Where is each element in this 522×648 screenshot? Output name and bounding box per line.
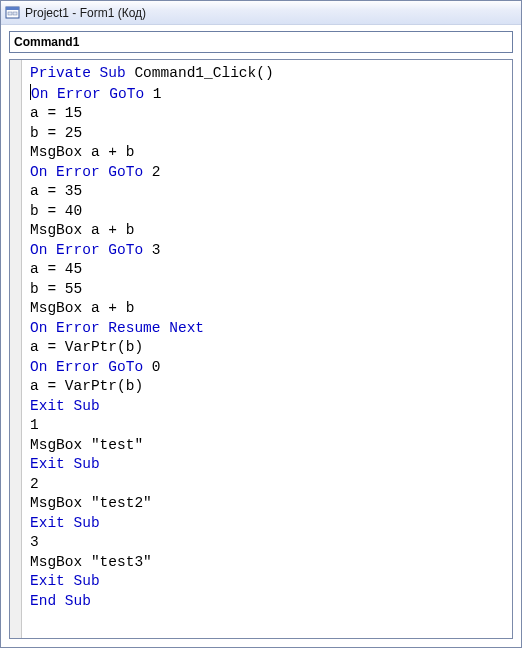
code-line: Private Sub Command1_Click() (30, 65, 274, 81)
code-text: a = 45 (30, 261, 82, 277)
code-line: 3 (30, 534, 39, 550)
code-text: b = 40 (30, 203, 82, 219)
code-line: a = 35 (30, 183, 82, 199)
code-text: MsgBox "test" (30, 437, 143, 453)
code-text: 3 (143, 242, 160, 258)
code-line: On Error GoTo 2 (30, 164, 161, 180)
code-keyword: On Error GoTo (30, 242, 143, 258)
code-line: On Error GoTo 1 (30, 86, 162, 102)
code-keyword: On Error Resume Next (30, 320, 204, 336)
code-text: 1 (30, 417, 39, 433)
code-line: MsgBox "test2" (30, 495, 152, 511)
code-line: End Sub (30, 593, 91, 609)
code-keyword: Exit Sub (30, 456, 100, 472)
code-line: Exit Sub (30, 398, 100, 414)
svg-rect-1 (6, 7, 19, 10)
code-text: b = 55 (30, 281, 82, 297)
code-text: Command1_Click() (126, 65, 274, 81)
code-frame: Private Sub Command1_Click() On Error Go… (9, 59, 513, 639)
code-keyword: On Error GoTo (31, 86, 144, 102)
code-line: b = 40 (30, 203, 82, 219)
code-keyword: Private Sub (30, 65, 126, 81)
code-line: MsgBox a + b (30, 144, 134, 160)
code-text: MsgBox a + b (30, 300, 134, 316)
code-text: MsgBox "test2" (30, 495, 152, 511)
code-text: a = VarPtr(b) (30, 378, 143, 394)
object-dropdown[interactable]: Command1 (9, 31, 513, 53)
code-keyword: Exit Sub (30, 398, 100, 414)
code-text: MsgBox "test3" (30, 554, 152, 570)
window-title: Project1 - Form1 (Код) (25, 6, 146, 20)
code-window: Project1 - Form1 (Код) Command1 Private … (0, 0, 522, 648)
code-line: MsgBox "test3" (30, 554, 152, 570)
code-line: 2 (30, 476, 39, 492)
code-line: On Error GoTo 0 (30, 359, 161, 375)
code-text: MsgBox a + b (30, 144, 134, 160)
code-keyword: Exit Sub (30, 515, 100, 531)
titlebar[interactable]: Project1 - Form1 (Код) (1, 1, 521, 25)
code-text: 2 (143, 164, 160, 180)
code-line: Exit Sub (30, 456, 100, 472)
code-keyword: Exit Sub (30, 573, 100, 589)
code-line: Exit Sub (30, 573, 100, 589)
code-text: a = 35 (30, 183, 82, 199)
code-line: MsgBox "test" (30, 437, 143, 453)
object-dropdown-value: Command1 (14, 35, 79, 49)
code-line: a = 15 (30, 105, 82, 121)
code-line: b = 25 (30, 125, 82, 141)
code-line: 1 (30, 417, 39, 433)
svg-rect-3 (13, 12, 17, 15)
indicator-margin[interactable] (10, 60, 22, 638)
code-line: b = 55 (30, 281, 82, 297)
code-text: 0 (143, 359, 160, 375)
code-line: Exit Sub (30, 515, 100, 531)
code-line: On Error Resume Next (30, 320, 204, 336)
code-text: 2 (30, 476, 39, 492)
code-text: 1 (144, 86, 161, 102)
code-line: a = 45 (30, 261, 82, 277)
code-text: 3 (30, 534, 39, 550)
code-text: a = 15 (30, 105, 82, 121)
code-line: a = VarPtr(b) (30, 339, 143, 355)
code-text: a = VarPtr(b) (30, 339, 143, 355)
code-line: MsgBox a + b (30, 300, 134, 316)
code-line: MsgBox a + b (30, 222, 134, 238)
form-icon (5, 5, 21, 21)
code-line: On Error GoTo 3 (30, 242, 161, 258)
code-keyword: On Error GoTo (30, 359, 143, 375)
code-text: MsgBox a + b (30, 222, 134, 238)
code-keyword: End Sub (30, 593, 91, 609)
object-dropdown-bar: Command1 (1, 25, 521, 59)
code-area: Private Sub Command1_Click() On Error Go… (1, 59, 521, 647)
code-line: a = VarPtr(b) (30, 378, 143, 394)
svg-rect-2 (8, 12, 12, 15)
code-text: b = 25 (30, 125, 82, 141)
code-editor[interactable]: Private Sub Command1_Click() On Error Go… (22, 60, 512, 638)
code-keyword: On Error GoTo (30, 164, 143, 180)
